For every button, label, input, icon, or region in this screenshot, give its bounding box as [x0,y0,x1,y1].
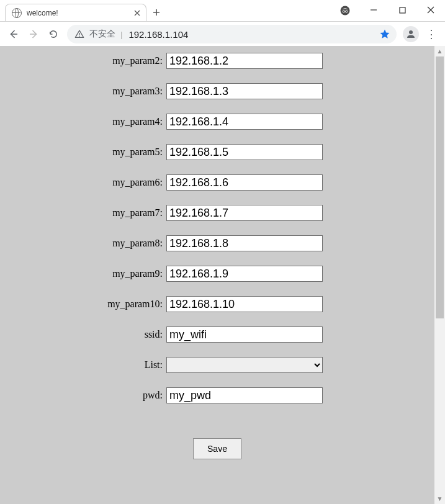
row-param-1: my_param2: [0,52,434,70]
save-row: Save [0,438,434,459]
input-param-3[interactable] [166,114,323,130]
input-param-7[interactable] [166,235,323,251]
input-param-1[interactable] [166,53,323,69]
label-param-5: my_param6: [0,177,166,188]
scroll-up-icon[interactable]: ▲ [434,46,445,56]
label-pwd: pwd: [0,390,166,401]
address-divider: | [120,30,122,39]
svg-point-4 [79,36,80,37]
close-tab-icon[interactable] [132,8,142,18]
label-list: List: [0,359,166,371]
page-body: my_param2:my_param3:my_param4:my_param5:… [0,46,434,504]
not-secure-icon [74,29,84,39]
label-param-3: my_param4: [0,116,166,127]
window-maximize-button[interactable] [388,0,416,20]
label-param-4: my_param5: [0,146,166,158]
browser-titlebar: welcome! [0,0,445,22]
row-param-10: ssid: [0,325,434,344]
scroll-down-icon[interactable]: ▼ [434,493,445,504]
select-list[interactable] [166,357,323,373]
browser-menu-button[interactable]: ⋮ [421,24,441,44]
window-minimize-button[interactable] [359,0,388,20]
row-param-3: my_param4: [0,112,434,131]
new-tab-button[interactable] [150,6,163,19]
url-input[interactable] [127,29,375,40]
vertical-scrollbar[interactable]: ▲ ▼ [434,46,445,504]
row-list: List: [0,356,434,374]
input-param-2[interactable] [166,83,323,99]
input-param-5[interactable] [166,174,323,191]
svg-point-5 [409,30,413,34]
tab-title: welcome! [27,9,132,17]
svg-rect-3 [400,7,405,13]
profile-avatar-button[interactable] [403,26,419,42]
row-param-5: my_param6: [0,173,434,192]
row-pwd: pwd: [0,386,434,405]
input-param-4[interactable] [166,144,323,160]
row-param-6: my_param7: [0,204,434,222]
browser-tab[interactable]: welcome! [5,4,146,21]
label-param-9: my_param10: [0,299,166,310]
save-button[interactable]: Save [193,438,241,459]
input-param-10[interactable] [166,326,323,343]
address-bar[interactable]: 不安全 | [67,25,397,43]
window-close-button[interactable] [416,0,445,20]
row-param-8: my_param9: [0,264,434,283]
row-param-7: my_param8: [0,234,434,253]
label-param-2: my_param3: [0,86,166,97]
label-param-6: my_param7: [0,207,166,218]
window-controls [359,0,445,20]
row-param-4: my_param5: [0,143,434,161]
input-pwd[interactable] [166,387,323,403]
scroll-thumb[interactable] [436,56,444,318]
content-viewport: my_param2:my_param3:my_param4:my_param5:… [0,46,445,504]
nav-reload-button[interactable] [43,24,63,44]
input-param-6[interactable] [166,205,323,221]
security-label: 不安全 [89,29,115,40]
label-param-1: my_param2: [0,55,166,66]
globe-icon [12,8,22,18]
label-param-7: my_param8: [0,238,166,249]
browser-toolbar: 不安全 | ⋮ [0,22,445,47]
config-form: my_param2:my_param3:my_param4:my_param5:… [0,46,434,459]
input-param-9[interactable] [166,296,323,312]
incognito-icon [338,4,352,17]
label-param-8: my_param9: [0,268,166,279]
input-param-8[interactable] [166,266,323,282]
row-param-2: my_param3: [0,82,434,101]
label-param-10: ssid: [0,329,166,340]
nav-back-button[interactable] [4,24,24,44]
svg-point-0 [341,6,350,16]
row-param-9: my_param10: [0,295,434,313]
nav-forward-button[interactable] [24,24,43,44]
bookmark-star-icon[interactable] [379,29,390,40]
